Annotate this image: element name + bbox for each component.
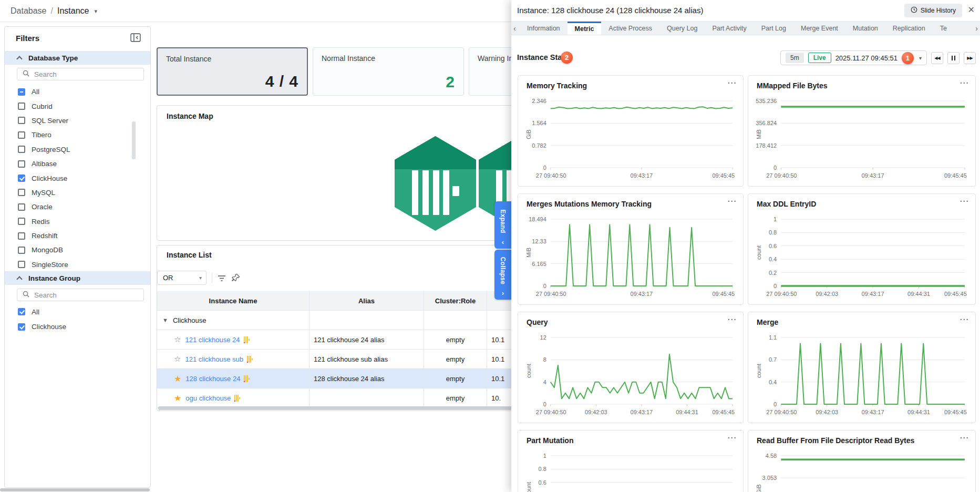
svg-text:0: 0 [543, 283, 546, 289]
filter-option-redshift[interactable]: Redshift [18, 229, 140, 243]
breadcrumb-instance[interactable]: Instance [57, 6, 89, 16]
filter-option-singlestore[interactable]: SingleStore [18, 258, 140, 272]
column-header-alias[interactable]: Alias [310, 291, 424, 310]
instance-link[interactable]: 128 clickhouse 24 [185, 375, 240, 383]
range-chip[interactable]: 5m [786, 53, 804, 63]
operator-select[interactable]: OR ▾ [157, 271, 207, 285]
fast-forward-button[interactable]: ▶▶ [964, 52, 976, 64]
tab-part-activity[interactable]: Part Activity [705, 22, 754, 35]
svg-text:09:43:17: 09:43:17 [631, 409, 653, 415]
triangle-down-icon[interactable]: ▼ [162, 317, 168, 323]
live-chip[interactable]: Live [808, 53, 831, 63]
group-cell: ▼Clickhouse [157, 311, 310, 330]
clickhouse-hexagon-icon[interactable] [395, 136, 476, 231]
column-header-cluster-role[interactable]: Cluster:Role [424, 291, 487, 310]
checkbox-icon[interactable] [18, 102, 25, 110]
filter-option-altibase[interactable]: Altibase [18, 157, 140, 171]
pin-icon[interactable] [232, 273, 241, 282]
star-icon[interactable]: ☆ [174, 354, 181, 364]
star-icon[interactable]: ☆ [174, 335, 181, 344]
filter-option-sql-server[interactable]: SQL Server [18, 114, 140, 128]
checkbox-icon[interactable] [18, 247, 25, 254]
star-icon[interactable]: ★ [174, 374, 181, 384]
svg-text:0: 0 [773, 283, 777, 289]
checkbox-icon[interactable] [18, 160, 25, 168]
svg-text:09:45:45: 09:45:45 [944, 291, 967, 297]
time-range-box[interactable]: 5m Live 2025.11.27 09:45:51 1 ▾ [780, 50, 927, 65]
checkbox-icon[interactable] [18, 189, 25, 196]
checkbox-icon[interactable] [18, 146, 25, 153]
checkbox-icon[interactable] [18, 117, 25, 124]
tab-information[interactable]: Information [520, 22, 568, 35]
pause-button[interactable] [947, 52, 960, 64]
breadcrumb-caret-icon[interactable]: ▾ [94, 8, 97, 15]
overflow-menu-icon[interactable]: ⋯ [960, 314, 968, 325]
instance-link[interactable]: 121 clickhouse sub [185, 355, 243, 363]
checkbox-icon[interactable] [18, 131, 25, 139]
overflow-menu-icon[interactable]: ⋯ [960, 432, 968, 443]
overflow-menu-icon[interactable]: ⋯ [727, 314, 736, 325]
sidebar-scrollbar[interactable] [132, 121, 136, 159]
filter-option-clickhouse[interactable]: ClickHouse [18, 171, 140, 185]
tab-merge-event[interactable]: Merge Event [793, 22, 845, 35]
filter-option-tibero[interactable]: Tibero [18, 128, 140, 142]
overflow-menu-icon[interactable]: ⋯ [960, 196, 968, 207]
summary-card-total-instance[interactable]: Total Instance4 / 4 [157, 47, 308, 96]
database-type-search-input[interactable]: Search [17, 68, 144, 80]
slide-history-button[interactable]: Slide History [904, 4, 962, 17]
expand-button[interactable]: Expand ‹ [494, 201, 511, 249]
horizontal-scrollbar[interactable] [0, 488, 150, 491]
filter-option-clickhouse[interactable]: Clickhouse [18, 319, 140, 334]
section-database-type[interactable]: Database Type [5, 51, 150, 65]
chart-title: Merges Mutations Memory Tracking [527, 200, 652, 208]
filter-option-all[interactable]: All [18, 85, 140, 99]
tab-active-process[interactable]: Active Process [601, 22, 659, 35]
panel-collapse-icon[interactable] [130, 33, 141, 43]
checkbox-icon[interactable] [18, 323, 25, 331]
tab-part-log[interactable]: Part Log [754, 22, 793, 35]
tab-query-log[interactable]: Query Log [659, 22, 705, 35]
checkbox-icon[interactable] [18, 88, 25, 96]
filter-option-mongodb[interactable]: MongoDB [18, 243, 140, 257]
tabs-scroll-left-icon[interactable]: ‹ [513, 24, 516, 33]
filter-option-postgresql[interactable]: PostgreSQL [18, 142, 140, 157]
tab-metric[interactable]: Metric [568, 22, 602, 35]
filter-option-oracle[interactable]: Oracle [18, 200, 140, 214]
checkbox-icon[interactable] [18, 218, 25, 225]
collapse-button[interactable]: Collapse › [494, 250, 511, 300]
filter-option-redis[interactable]: Redis [18, 214, 140, 229]
overflow-menu-icon[interactable]: ⋯ [727, 196, 736, 207]
instance-group-list: AllClickhouse [18, 304, 140, 334]
instance-link[interactable]: 121 clickhouse 24 [185, 336, 240, 344]
checkbox-icon[interactable] [18, 203, 25, 211]
overflow-menu-icon[interactable]: ⋯ [727, 432, 736, 443]
close-icon[interactable]: ✕ [968, 5, 975, 15]
svg-text:1: 1 [543, 453, 546, 459]
filter-option-all[interactable]: All [18, 304, 140, 319]
section-instance-group[interactable]: Instance Group [5, 271, 150, 285]
toolbar-divider [212, 273, 212, 283]
table-horizontal-scrollbar[interactable] [158, 406, 513, 410]
overflow-menu-icon[interactable]: ⋯ [960, 77, 968, 88]
checkbox-label: All [32, 88, 39, 96]
checkbox-icon[interactable] [18, 232, 25, 240]
summary-card-normal-instance[interactable]: Normal Instance2 [313, 47, 464, 96]
checkbox-icon[interactable] [18, 175, 25, 182]
breadcrumb-database[interactable]: Database [11, 6, 47, 16]
rewind-button[interactable]: ◀◀ [931, 52, 943, 64]
tabs-scroll-right-icon[interactable]: › [975, 24, 978, 33]
filter-option-mysql[interactable]: MySQL [18, 186, 140, 200]
tab-te[interactable]: Te [933, 22, 954, 35]
checkbox-icon[interactable] [18, 308, 25, 315]
star-icon[interactable]: ★ [174, 393, 181, 403]
instance-group-search-input[interactable]: Search [17, 289, 144, 301]
instance-link[interactable]: ogu clickhouse [185, 394, 231, 402]
overflow-menu-icon[interactable]: ⋯ [727, 77, 736, 88]
tab-replication[interactable]: Replication [885, 22, 933, 35]
caret-down-icon[interactable]: ▾ [919, 55, 922, 61]
filter-option-cubrid[interactable]: Cubrid [18, 99, 140, 113]
filter-icon[interactable] [217, 273, 226, 282]
checkbox-icon[interactable] [18, 261, 25, 268]
tab-mutation[interactable]: Mutation [845, 22, 885, 35]
column-header-instance-name[interactable]: Instance Name [157, 291, 310, 310]
